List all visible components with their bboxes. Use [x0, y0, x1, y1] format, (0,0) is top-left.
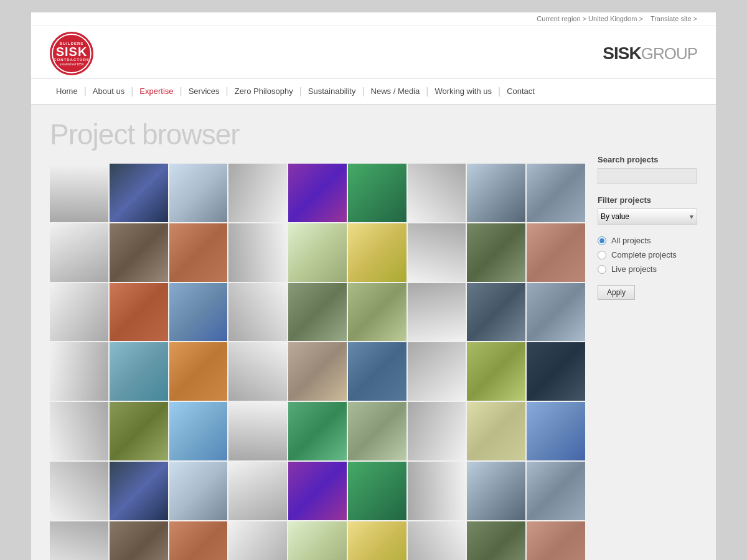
project-thumb[interactable] — [228, 342, 287, 401]
project-thumb[interactable] — [110, 402, 168, 460]
project-thumb[interactable] — [527, 342, 585, 401]
project-thumb[interactable] — [467, 283, 525, 342]
project-thumb[interactable] — [467, 462, 525, 520]
project-thumb[interactable] — [169, 223, 228, 282]
project-thumb[interactable] — [288, 164, 347, 222]
project-thumb[interactable] — [467, 521, 525, 560]
main-content: Project browser Search projects Filter p… — [31, 105, 716, 560]
project-thumb[interactable] — [50, 521, 108, 560]
project-thumb[interactable] — [288, 462, 347, 520]
right-panel: Search projects Filter projects By value… — [598, 118, 697, 560]
radio-complete-projects[interactable]: Complete projects — [598, 250, 697, 259]
nav-working[interactable]: Working with us — [428, 78, 498, 105]
nav-services[interactable]: Services — [182, 78, 226, 105]
radio-circle-all — [598, 236, 606, 245]
project-thumb[interactable] — [348, 283, 406, 342]
project-thumb[interactable] — [169, 402, 228, 460]
apply-button[interactable]: Apply — [598, 285, 635, 300]
project-thumb[interactable] — [50, 223, 108, 282]
project-thumb[interactable] — [169, 283, 228, 342]
project-thumb[interactable] — [110, 223, 168, 282]
logo-area: BUILDERS SISK CONTRACTORS Established 18… — [50, 32, 93, 75]
project-thumb[interactable] — [228, 283, 287, 342]
nav-news[interactable]: News / Media — [365, 78, 426, 105]
project-thumb[interactable] — [408, 164, 466, 222]
nav-home[interactable]: Home — [50, 78, 84, 105]
project-thumb[interactable] — [50, 402, 108, 460]
radio-live-label: Live projects — [611, 264, 657, 274]
project-thumb[interactable] — [228, 521, 287, 560]
project-thumb[interactable] — [348, 223, 406, 282]
project-thumb[interactable] — [527, 462, 585, 520]
project-thumb[interactable] — [408, 462, 466, 520]
project-thumb[interactable] — [110, 342, 168, 401]
project-thumb[interactable] — [288, 521, 347, 560]
project-thumb[interactable] — [228, 462, 287, 520]
project-thumb[interactable] — [228, 402, 287, 460]
project-grid — [50, 164, 585, 560]
radio-dot-all — [599, 238, 604, 243]
project-thumb[interactable] — [527, 402, 585, 460]
radio-all-projects[interactable]: All projects — [598, 236, 697, 245]
project-thumb[interactable] — [169, 342, 228, 401]
nav-bar: Home | About us | Expertise | Services |… — [31, 79, 716, 105]
project-thumb[interactable] — [527, 164, 585, 222]
project-thumb[interactable] — [348, 342, 406, 401]
search-input[interactable] — [598, 168, 697, 184]
project-thumb[interactable] — [50, 462, 108, 520]
brand-group: GROUP — [641, 44, 697, 63]
project-thumb[interactable] — [527, 283, 585, 342]
radio-circle-complete — [598, 251, 606, 259]
radio-complete-label: Complete projects — [611, 250, 677, 259]
project-thumb[interactable] — [408, 402, 466, 460]
nav-about[interactable]: About us — [87, 78, 131, 105]
header-right: SISKGROUP — [603, 44, 697, 63]
project-thumb[interactable] — [169, 521, 228, 560]
nav-sustainability[interactable]: Sustainability — [302, 78, 362, 105]
logo-inner: BUILDERS SISK CONTRACTORS Established 18… — [52, 34, 92, 73]
radio-live-projects[interactable]: Live projects — [598, 264, 697, 274]
logo-circle: BUILDERS SISK CONTRACTORS Established 18… — [50, 32, 93, 75]
project-thumb[interactable] — [50, 283, 108, 342]
filter-select[interactable]: By value By sector By location By type — [598, 208, 697, 225]
search-projects-label: Search projects — [598, 155, 697, 164]
project-thumb[interactable] — [348, 462, 406, 520]
translate-label: Translate site > — [651, 15, 697, 22]
project-thumb[interactable] — [110, 283, 168, 342]
project-thumb[interactable] — [467, 402, 525, 460]
project-thumb[interactable] — [408, 283, 466, 342]
page-title: Project browser — [50, 118, 585, 151]
nav-contact[interactable]: Contact — [500, 78, 541, 105]
project-thumb[interactable] — [110, 164, 168, 222]
project-thumb[interactable] — [467, 223, 525, 282]
sisk-group-logo: SISKGROUP — [603, 44, 697, 63]
project-thumb[interactable] — [50, 164, 108, 222]
project-thumb[interactable] — [408, 223, 466, 282]
nav-zero[interactable]: Zero Philosophy — [228, 78, 299, 105]
logo-sisk: SISK — [56, 45, 88, 58]
project-thumb[interactable] — [467, 164, 525, 222]
project-thumb[interactable] — [288, 402, 347, 460]
page-wrapper: Current region > United Kingdom > Transl… — [31, 12, 716, 560]
project-thumb[interactable] — [288, 223, 347, 282]
project-thumb[interactable] — [288, 283, 347, 342]
project-thumb[interactable] — [228, 164, 287, 222]
project-thumb[interactable] — [50, 342, 108, 401]
project-thumb[interactable] — [169, 462, 228, 520]
project-thumb[interactable] — [110, 521, 168, 560]
radio-circle-live — [598, 265, 606, 274]
project-thumb[interactable] — [110, 462, 168, 520]
project-thumb[interactable] — [228, 223, 287, 282]
project-thumb[interactable] — [408, 342, 466, 401]
project-thumb[interactable] — [169, 164, 228, 222]
project-thumb[interactable] — [527, 223, 585, 282]
project-thumb[interactable] — [467, 342, 525, 401]
project-thumb[interactable] — [288, 342, 347, 401]
project-thumb[interactable] — [408, 521, 466, 560]
project-thumb[interactable] — [348, 521, 406, 560]
project-thumb[interactable] — [527, 521, 585, 560]
radio-group: All projects Complete projects Live proj… — [598, 236, 697, 274]
nav-expertise[interactable]: Expertise — [133, 78, 179, 105]
project-thumb[interactable] — [348, 402, 406, 460]
project-thumb[interactable] — [348, 164, 406, 222]
